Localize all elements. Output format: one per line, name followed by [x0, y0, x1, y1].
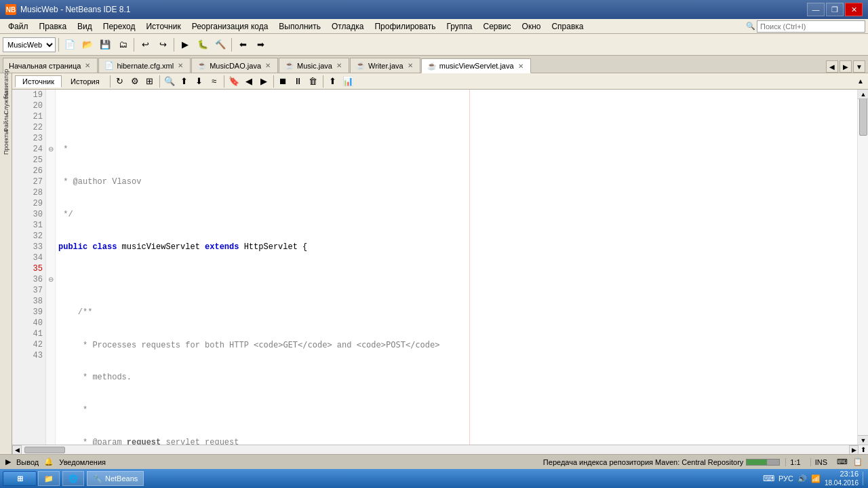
- search-input[interactable]: [757, 20, 865, 33]
- tab-musicviewservlet[interactable]: ☕ musicViewServlet.java ✕: [421, 58, 531, 73]
- menu-team[interactable]: Группа: [441, 20, 477, 33]
- collapse-36[interactable]: ⊖: [46, 274, 55, 285]
- sidebar-services-icon[interactable]: Службы: [0, 96, 13, 110]
- build-button[interactable]: 🔨: [212, 37, 229, 53]
- h-scrollbar-thumb[interactable]: [24, 447, 65, 453]
- search-source-button[interactable]: 🔍: [163, 75, 176, 88]
- menu-debug[interactable]: Отладка: [326, 20, 369, 33]
- history-tab[interactable]: История: [63, 75, 107, 88]
- marker-38: [46, 296, 55, 307]
- notifications-label[interactable]: Уведомления: [59, 458, 106, 466]
- prev-occurrence-button[interactable]: ⬆: [178, 75, 191, 88]
- menu-edit[interactable]: Правка: [34, 20, 73, 33]
- start-button[interactable]: ⊞: [3, 471, 37, 486]
- collapse-button[interactable]: ▲: [856, 77, 865, 86]
- debug-button[interactable]: 🐛: [195, 37, 211, 53]
- match-button[interactable]: ≈: [208, 75, 221, 88]
- marker-40: [46, 318, 55, 329]
- minimize-button[interactable]: —: [807, 3, 825, 16]
- scroll-right-arrow[interactable]: ▶: [849, 445, 859, 455]
- code-line-27: *: [58, 405, 854, 415]
- back-button[interactable]: ⬅: [235, 37, 251, 53]
- tab-writer-close[interactable]: ✕: [406, 62, 414, 69]
- keyboard-tray-icon: ⌨: [764, 473, 774, 484]
- sidebar-files-icon[interactable]: Файлы: [0, 116, 13, 130]
- stop-button[interactable]: ⏹: [277, 75, 290, 88]
- maximize-button[interactable]: ⬆: [326, 75, 340, 88]
- bell-icon[interactable]: 🔔: [44, 457, 54, 466]
- source-tab[interactable]: Источник: [15, 75, 62, 88]
- pause-button[interactable]: ⏸: [292, 75, 305, 88]
- chart-button[interactable]: 📊: [341, 75, 355, 88]
- horizontal-scrollbar[interactable]: ◀ ▶ ⬆: [12, 445, 868, 454]
- tab-start-page[interactable]: Начальная страница ✕: [3, 58, 98, 73]
- scroll-left-arrow[interactable]: ◀: [12, 445, 22, 455]
- collapse-24[interactable]: ⊖: [46, 144, 55, 155]
- refresh-source-button[interactable]: ↻: [113, 75, 127, 88]
- save-all-button[interactable]: 🗂: [115, 37, 131, 53]
- taskbar-netbeans[interactable]: 🔧 NetBeans: [87, 471, 144, 486]
- tab-musicdao-close[interactable]: ✕: [264, 62, 272, 69]
- toolbar-sep-1: [58, 38, 59, 52]
- tab-prev-button[interactable]: ◀: [826, 60, 838, 73]
- new-file-button[interactable]: 📄: [62, 37, 78, 53]
- undo-button[interactable]: ↩: [137, 37, 153, 53]
- tab-musicdao-icon: ☕: [197, 61, 207, 70]
- tab-hibernate-close[interactable]: ✕: [176, 62, 184, 69]
- menu-source[interactable]: Источник: [140, 20, 186, 33]
- tab-next-button[interactable]: ▶: [840, 60, 852, 73]
- next-occurrence-button[interactable]: ⬇: [193, 75, 206, 88]
- sidebar-navigator-icon[interactable]: Навигатор: [0, 77, 13, 90]
- project-dropdown[interactable]: MusicWeb: [3, 37, 56, 52]
- tab-writer[interactable]: ☕ Writer.java ✕: [350, 58, 420, 73]
- save-button[interactable]: 💾: [97, 37, 113, 53]
- project-selector[interactable]: MusicWeb: [3, 37, 56, 52]
- bookmark-button[interactable]: 🔖: [227, 75, 241, 88]
- code-text[interactable]: * * @author Vlasov */ public class music…: [56, 90, 857, 445]
- menu-view[interactable]: Вид: [72, 20, 98, 33]
- clear-button[interactable]: 🗑: [307, 75, 320, 88]
- scrollbar-thumb[interactable]: [859, 95, 867, 136]
- menu-help[interactable]: Справка: [546, 20, 589, 33]
- menu-file[interactable]: Файл: [3, 20, 34, 33]
- expand-button[interactable]: ⬆: [859, 445, 868, 455]
- prev-bookmark-button[interactable]: ◀: [242, 75, 256, 88]
- tab-musicdao[interactable]: ☕ MusicDAO.java ✕: [191, 58, 278, 73]
- menu-refactor[interactable]: Реорганизация кода: [186, 20, 274, 33]
- marker-33: [46, 242, 55, 252]
- tab-start-page-close[interactable]: ✕: [83, 62, 92, 69]
- format-button[interactable]: ⚙: [128, 75, 142, 88]
- status-icon-2[interactable]: 📋: [853, 457, 863, 466]
- sidebar-projects-icon[interactable]: Проекты: [0, 136, 13, 149]
- menu-profile[interactable]: Профилировать: [369, 20, 441, 33]
- redo-button[interactable]: ↪: [155, 37, 171, 53]
- open-button[interactable]: 📂: [79, 37, 96, 53]
- scroll-down-arrow[interactable]: ▼: [858, 435, 868, 445]
- forward-button[interactable]: ➡: [252, 37, 269, 53]
- tab-list-button[interactable]: ▼: [853, 60, 865, 73]
- toggle-button[interactable]: ⊞: [143, 75, 157, 88]
- tab-music[interactable]: ☕ Music.java ✕: [279, 58, 349, 73]
- taskbar-chrome[interactable]: 🌐: [62, 471, 84, 486]
- right-scrollbar[interactable]: ▲ ▼: [857, 90, 868, 445]
- taskbar-explorer[interactable]: 📁: [38, 471, 60, 486]
- run-button[interactable]: ▶: [177, 37, 193, 53]
- restore-button[interactable]: ❐: [826, 3, 844, 16]
- position-field: 1:1: [785, 458, 804, 466]
- tab-musicviewservlet-close[interactable]: ✕: [517, 62, 525, 70]
- close-button[interactable]: ✕: [845, 3, 863, 16]
- status-icon-1[interactable]: ⌨: [837, 457, 848, 466]
- output-icon[interactable]: ▶: [5, 457, 11, 466]
- menu-window[interactable]: Окно: [517, 20, 547, 33]
- next-bookmark-button[interactable]: ▶: [257, 75, 271, 88]
- line-numbers-gutter: 19 20 21 22 23 24 25 26 27 28 29 30 31 3…: [12, 90, 46, 445]
- scroll-up-arrow[interactable]: ▲: [858, 90, 868, 99]
- menu-navigate[interactable]: Переход: [98, 20, 141, 33]
- menu-tools[interactable]: Сервис: [477, 20, 516, 33]
- menu-run[interactable]: Выполнить: [273, 20, 326, 33]
- output-label[interactable]: Вывод: [16, 458, 39, 466]
- collapse-markers: ⊖ ⊖: [46, 90, 56, 445]
- tab-music-close[interactable]: ✕: [335, 62, 343, 69]
- tab-hibernate[interactable]: 📄 hibernate.cfg.xml ✕: [98, 58, 191, 73]
- show-desktop-icon[interactable]: [863, 472, 865, 485]
